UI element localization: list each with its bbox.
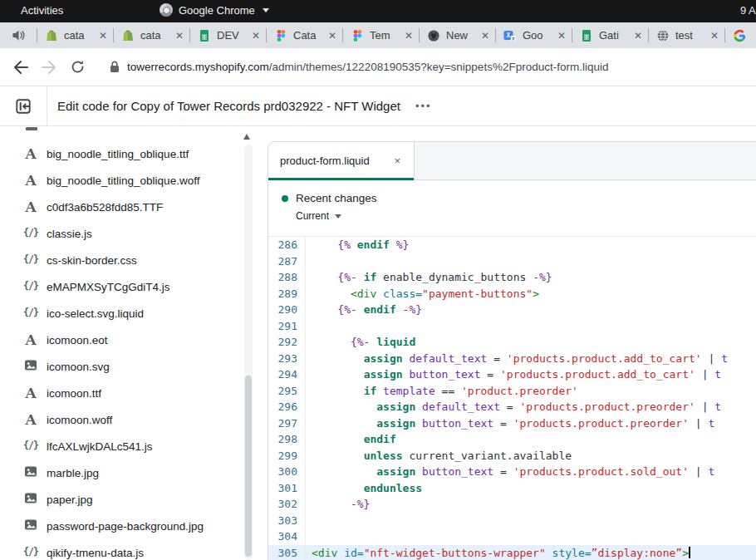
file-item-marble.jpg[interactable]: marble.jpg bbox=[0, 459, 258, 486]
file-item-cs-skin-border.css[interactable]: {/}cs-skin-border.css bbox=[0, 247, 258, 273]
url-domain: towerrecords.myshopify.com bbox=[127, 61, 269, 73]
line-number: 301 bbox=[268, 480, 306, 497]
code-line-291[interactable]: 291 bbox=[268, 318, 756, 335]
tab-close-icon[interactable]: ✕ bbox=[252, 30, 260, 42]
code-line-287[interactable]: 287 bbox=[268, 253, 756, 270]
admin-header: Edit code for Copy of Tower Records prd0… bbox=[0, 86, 756, 126]
tab-close-icon[interactable]: ✕ bbox=[328, 30, 336, 42]
tab-close-icon[interactable]: ✕ bbox=[405, 30, 413, 42]
code-line-content: {%- endif -%} bbox=[306, 302, 756, 318]
code-line-298[interactable]: 298 endif bbox=[268, 431, 756, 448]
code-line-301[interactable]: 301 endunless bbox=[268, 480, 756, 497]
code-line-303[interactable]: 303 bbox=[268, 513, 756, 529]
code-line-304[interactable]: 304 bbox=[268, 528, 756, 545]
app-indicator-label: Google Chrome bbox=[179, 4, 255, 17]
file-name: big_noodle_titling_oblique.ttf bbox=[47, 148, 189, 160]
file-name: paper.jpg bbox=[47, 494, 93, 506]
tab-close-icon[interactable]: ✕ bbox=[99, 30, 107, 42]
browser-tab-test[interactable]: test✕ bbox=[648, 22, 724, 48]
line-number: 288 bbox=[268, 269, 306, 286]
code-line-296[interactable]: 296 assign default_text = 'products.prod… bbox=[268, 399, 756, 415]
version-dropdown[interactable]: Current bbox=[282, 210, 756, 222]
editor-tab-product-form[interactable]: product-form.liquid × bbox=[268, 142, 415, 179]
line-number: 300 bbox=[268, 464, 306, 480]
file-item-icomoon.woff[interactable]: Aicomoon.woff bbox=[0, 406, 258, 433]
code-line-286[interactable]: 286 {% endif %} bbox=[268, 237, 756, 253]
code-line-289[interactable]: 289 <div class="payment-buttons"> bbox=[268, 286, 756, 302]
code-line-content: endif bbox=[306, 431, 756, 448]
file-item-icomoon.eot[interactable]: Aicomoon.eot bbox=[0, 327, 258, 353]
code-line-content: unless current_variant.available bbox=[306, 448, 756, 464]
exit-code-editor-button[interactable] bbox=[0, 86, 47, 125]
code-line-288[interactable]: 288 {%- if enable_dynamic_buttons -%} bbox=[268, 269, 756, 286]
code-line-content: <div id="nft-widget-buttons-wrapper" sty… bbox=[306, 545, 756, 560]
browser-tabs: cata✕cata✕DEV✕Cata✕Tem✕New✕Goo✕Gati✕test… bbox=[37, 22, 756, 48]
code-line-290[interactable]: 290 {%- endif -%} bbox=[268, 302, 756, 318]
code-line-content: {%- liquid bbox=[306, 334, 756, 351]
browser-tab-cata[interactable]: cata✕ bbox=[37, 22, 113, 48]
font-file-icon: A bbox=[22, 174, 39, 188]
file-item-qikify-tmenu-data.js[interactable]: {/}qikify-tmenu-data.js bbox=[0, 539, 258, 560]
browser-tab-title: Goo bbox=[523, 29, 552, 42]
line-number: 297 bbox=[268, 415, 306, 432]
code-line-302[interactable]: 302 -%} bbox=[268, 496, 756, 513]
code-line-294[interactable]: 294 assign button_text = 'products.produ… bbox=[268, 366, 756, 383]
unsaved-changes-dot-icon bbox=[282, 195, 288, 202]
code-line-295[interactable]: 295 if template == 'product.preorder' bbox=[268, 383, 756, 400]
file-sidebar: Abig_noodle_titling_oblique.ttfAbig_nood… bbox=[0, 126, 258, 560]
file-item-big_noodle_titling_oblique.ttf[interactable]: Abig_noodle_titling_oblique.ttf bbox=[0, 140, 258, 167]
file-item-icomoon.svg[interactable]: icomoon.svg bbox=[0, 353, 258, 380]
browser-tab-cata[interactable]: cata✕ bbox=[113, 22, 189, 48]
browser-tab-DEV[interactable]: DEV✕ bbox=[189, 22, 266, 48]
shopify-favicon-icon bbox=[45, 29, 58, 42]
file-item-big_noodle_titling_oblique.woff[interactable]: Abig_noodle_titling_oblique.woff bbox=[0, 167, 258, 194]
browser-toolbar: towerrecords.myshopify.com/admin/themes/… bbox=[0, 48, 756, 86]
file-name: icomoon.svg bbox=[47, 361, 110, 373]
forward-button[interactable] bbox=[35, 61, 63, 74]
browser-tab-title: Cata bbox=[293, 29, 322, 42]
file-item-ico-select.svg.liquid[interactable]: {/}ico-select.svg.liquid bbox=[0, 300, 258, 327]
code-line-292[interactable]: 292 {%- liquid bbox=[268, 334, 756, 351]
activities-button[interactable]: Activities bbox=[21, 4, 63, 17]
sidebar-scrollbar-thumb[interactable] bbox=[245, 376, 252, 557]
code-line-content: {%- if enable_dynamic_buttons -%} bbox=[306, 269, 756, 286]
code-line-293[interactable]: 293 assign default_text = 'products.prod… bbox=[268, 351, 756, 367]
back-button[interactable] bbox=[7, 61, 35, 74]
browser-tab-Tem[interactable]: Tem✕ bbox=[342, 22, 419, 48]
address-bar[interactable]: towerrecords.myshopify.com/admin/themes/… bbox=[110, 61, 608, 73]
file-item-password-page-background.jpg[interactable]: password-page-background.jpg bbox=[0, 513, 258, 539]
code-line-299[interactable]: 299 unless current_variant.available bbox=[268, 448, 756, 464]
code-line-300[interactable]: 300 assign button_text = 'products.produ… bbox=[268, 464, 756, 480]
browser-tab-partial[interactable] bbox=[724, 22, 756, 48]
reload-button[interactable] bbox=[63, 60, 91, 74]
file-item-c0df3a6b528fdd85.TTF[interactable]: Ac0df3a6b528fdd85.TTF bbox=[0, 194, 258, 220]
tab-close-icon[interactable]: ✕ bbox=[710, 30, 719, 42]
file-item-eMAPMXSyTCgGdiT4.js[interactable]: {/}eMAPMXSyTCgGdiT4.js bbox=[0, 273, 258, 300]
browser-tab-Goo[interactable]: Goo✕ bbox=[495, 22, 572, 48]
file-item-classie.js[interactable]: {/}classie.js bbox=[0, 220, 258, 247]
line-number: 289 bbox=[268, 286, 306, 302]
code-file-icon: {/} bbox=[22, 228, 39, 238]
app-indicator[interactable]: Google Chrome bbox=[160, 3, 269, 17]
browser-tab-New[interactable]: New✕ bbox=[419, 22, 495, 48]
overflow-menu-button[interactable]: ••• bbox=[415, 100, 432, 112]
file-item-paper.jpg[interactable]: paper.jpg bbox=[0, 486, 258, 513]
tab-close-icon[interactable]: ✕ bbox=[634, 30, 642, 42]
tab-close-icon[interactable]: ✕ bbox=[557, 30, 566, 42]
editor-tab-close-button[interactable]: × bbox=[394, 155, 400, 167]
file-name: marble.jpg bbox=[47, 467, 99, 479]
line-number: 296 bbox=[268, 399, 306, 415]
recent-changes-bar: Recent changes Current bbox=[268, 180, 756, 237]
scroll-up-arrow-icon[interactable] bbox=[243, 134, 250, 140]
code-editor[interactable]: 286 {% endif %}287288 {%- if enable_dyna… bbox=[268, 237, 756, 560]
code-line-305[interactable]: 305<div id="nft-widget-buttons-wrapper" … bbox=[268, 545, 756, 560]
file-item-lfcAXLwjkDALc541.js[interactable]: {/}lfcAXLwjkDALc541.js bbox=[0, 433, 258, 459]
browser-tab-Gati[interactable]: Gati✕ bbox=[572, 22, 648, 48]
tab-close-icon[interactable]: ✕ bbox=[175, 30, 184, 42]
clock[interactable]: 9 A bbox=[740, 4, 756, 17]
browser-tab-Cata[interactable]: Cata✕ bbox=[266, 22, 342, 48]
code-line-297[interactable]: 297 assign button_text = 'products.produ… bbox=[268, 415, 756, 432]
chevron-down-icon bbox=[263, 8, 269, 12]
file-item-icomoon.ttf[interactable]: Aicomoon.ttf bbox=[0, 380, 258, 406]
tab-close-icon[interactable]: ✕ bbox=[481, 30, 489, 42]
